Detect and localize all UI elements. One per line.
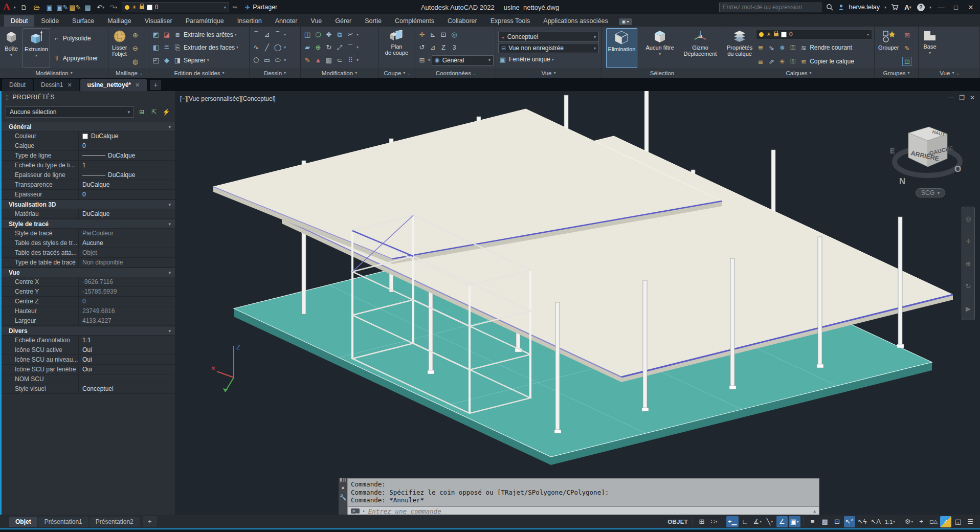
open-file-icon[interactable]: 🗁 bbox=[32, 3, 41, 11]
property-row-style-trace[interactable]: Style de tracé ParCouleur bbox=[2, 229, 175, 238]
layout-tab-presentation1[interactable]: Présentation1 bbox=[38, 517, 88, 527]
array-icon[interactable]: ⠿ bbox=[346, 56, 355, 65]
viewport-close-icon[interactable]: ✕ bbox=[970, 94, 975, 101]
quick-select-icon[interactable]: ⚡ bbox=[162, 107, 171, 117]
gizmo-button[interactable]: Gizmo Déplacement bbox=[682, 28, 719, 68]
property-row-transparence[interactable]: Transparence DuCalque bbox=[2, 180, 175, 190]
ucs-previous-icon[interactable]: ⊾ bbox=[428, 30, 437, 39]
property-row-centre-y[interactable]: Centre Y -15785.5939 bbox=[2, 287, 175, 297]
panel-label-coupe[interactable]: Coupe▾⌟ bbox=[378, 68, 415, 78]
property-row-table-styles[interactable]: Table des styles de tr... Aucune bbox=[2, 238, 175, 248]
file-tab-usine[interactable]: usine_nettoyé* ✕ bbox=[80, 79, 147, 91]
property-row-nom-scu[interactable]: NOM SCU bbox=[2, 374, 175, 384]
user-avatar-icon[interactable] bbox=[838, 4, 844, 11]
copy-layer-button[interactable]: ≣ ⇗ ☀ ⚿ ≋ Copier le calque bbox=[756, 56, 872, 67]
close-tab-icon[interactable]: ✕ bbox=[67, 82, 72, 88]
save-as-icon[interactable]: ▣✎ bbox=[58, 3, 67, 11]
ribbon-layer-dropdown[interactable]: ☀ 0 ▾ bbox=[756, 29, 872, 39]
ucs-named-icon[interactable]: ⊞ bbox=[417, 56, 427, 65]
isolate-objects-button[interactable]: ◻△ bbox=[928, 516, 939, 527]
qat-customize-icon[interactable]: ≡▾ bbox=[233, 5, 237, 10]
viewport-controls-label[interactable]: [−][Vue personnalisée][Conceptuel] bbox=[180, 95, 276, 102]
help-search-input[interactable] bbox=[719, 3, 821, 12]
polar-toggle[interactable]: ∡▾ bbox=[752, 516, 763, 527]
ribbon-tab-solide[interactable]: Solide bbox=[34, 15, 65, 27]
property-row-calque[interactable]: Calque 0 bbox=[2, 141, 175, 151]
polysolide-button[interactable]: ⌐ Polysolide bbox=[52, 32, 98, 45]
osnap-3d-toggle[interactable]: ↖° bbox=[844, 516, 855, 527]
graphics-performance-button[interactable]: ✓ bbox=[940, 516, 951, 527]
showmotion-icon[interactable]: ▶ bbox=[966, 305, 971, 313]
ucs-combo[interactable]: ◉ Général ▾ bbox=[432, 55, 494, 65]
search-icon[interactable] bbox=[826, 4, 833, 11]
move-icon[interactable]: ✥ bbox=[324, 30, 333, 39]
ribbon-tab-complements[interactable]: Compléments bbox=[388, 15, 441, 27]
viewport-minimize-icon[interactable]: — bbox=[948, 94, 954, 101]
panel-label-groupes[interactable]: Groupes▾ bbox=[875, 68, 918, 78]
layout-tab-objet[interactable]: Objet bbox=[9, 517, 37, 527]
close-tab-icon[interactable]: ✕ bbox=[135, 82, 140, 88]
ucs-origin-icon[interactable]: ⊿ bbox=[428, 43, 437, 52]
selection-combo[interactable]: Aucune sélection ▾ bbox=[6, 106, 134, 118]
file-tab-start[interactable]: Début bbox=[2, 79, 33, 91]
property-row-echelle-annotation[interactable]: Echelle d'annotation 1:1 bbox=[2, 336, 175, 345]
viewport-restore-icon[interactable]: ❐ bbox=[959, 94, 965, 101]
customization-button[interactable]: ☰ bbox=[965, 516, 976, 527]
line-icon[interactable]: ╱ bbox=[262, 43, 272, 52]
app-store-cart-icon[interactable] bbox=[891, 4, 899, 11]
view-combo[interactable]: ⊟ Vue non enregistrée▾ bbox=[498, 43, 599, 53]
autodesk-app-icon[interactable]: A▾ bbox=[903, 3, 912, 11]
panel-label-modification[interactable]: Modification▾ bbox=[301, 68, 378, 78]
fillet-icon[interactable]: ⌒ bbox=[346, 43, 355, 52]
ribbon-tab-sortie[interactable]: Sortie bbox=[358, 15, 388, 27]
make-current-button[interactable]: ≣ ⇘ ❄ ⚿ ≋ Rendre courant bbox=[756, 42, 872, 53]
toggle-pickadd-icon[interactable]: ⊞ bbox=[137, 107, 146, 117]
rectangle-icon[interactable]: ▭ bbox=[262, 56, 272, 65]
mirror-icon[interactable]: ◫ bbox=[303, 30, 312, 39]
property-row-epaisseur[interactable]: Epaisseur 0 bbox=[2, 190, 175, 199]
clean-screen-button[interactable]: ◱ bbox=[952, 516, 964, 527]
extract-edges-button[interactable]: ◩ ◪ ⧈ Extraire les arêtes ▾ bbox=[151, 28, 247, 41]
property-row-hauteur[interactable]: Hauteur 23749.6816 bbox=[2, 306, 175, 316]
new-drawing-tab-button[interactable]: ＋ bbox=[150, 80, 161, 90]
snap-toggle[interactable]: ∷▾ bbox=[708, 516, 720, 527]
command-close-icon[interactable]: ✕ bbox=[341, 484, 345, 491]
property-row-icone-scu-active[interactable]: Icône SCU active Oui bbox=[2, 345, 175, 355]
drawing-viewport[interactable]: [−][Vue personnalisée][Conceptuel] — ❐ ✕ bbox=[175, 91, 980, 515]
panel-label-calques[interactable]: Calques▾ bbox=[723, 68, 874, 78]
palette-grip[interactable]: ⣿ bbox=[6, 95, 10, 100]
property-row-couleur[interactable]: Couleur DuCalque bbox=[2, 131, 175, 141]
annotation-scale-button[interactable]: 1:1▾ bbox=[883, 516, 897, 527]
lineweight-toggle[interactable]: ≡ bbox=[807, 516, 818, 527]
polyline-icon[interactable]: ∿ bbox=[252, 43, 261, 52]
ucs-z-axis-icon[interactable]: Z bbox=[439, 43, 448, 52]
arc-3pt-icon[interactable]: ⌒ bbox=[273, 30, 282, 39]
minimize-button[interactable]: — bbox=[936, 4, 946, 11]
dynamic-ucs-toggle[interactable]: ↖ϟ bbox=[856, 516, 868, 527]
section-visualisation-3d[interactable]: Visualisation 3D▾ bbox=[2, 199, 175, 209]
copy-icon[interactable]: ⧉ bbox=[335, 30, 344, 39]
ribbon-tab-visualiser[interactable]: Visualiser bbox=[138, 15, 179, 27]
arc-icon[interactable]: ⌒ bbox=[252, 30, 261, 39]
ucs-selector[interactable]: SCG ▾ bbox=[916, 188, 945, 197]
compass-e[interactable]: E bbox=[890, 147, 895, 155]
panel-label-modelisation[interactable]: Modélisation▾ bbox=[0, 68, 108, 78]
command-grip-icon[interactable]: ⣿⣿ bbox=[340, 479, 347, 481]
crosshair-button[interactable]: + bbox=[916, 516, 927, 527]
qat-layer-dropdown[interactable]: ☀ 0 ▾ bbox=[122, 2, 229, 12]
circle-icon[interactable]: ◯ bbox=[273, 43, 282, 52]
3d-gizmo-icon[interactable]: ⊕ bbox=[314, 43, 323, 52]
property-row-centre-x[interactable]: Centre X -9626.7116 bbox=[2, 277, 175, 287]
culling-button[interactable]: Elimination bbox=[606, 28, 638, 68]
close-button[interactable]: ✕ bbox=[966, 4, 976, 11]
ribbon-tab-maillage[interactable]: Maillage bbox=[101, 15, 138, 27]
user-caret-icon[interactable]: ▾ bbox=[884, 5, 886, 10]
zoom-icon[interactable]: ⊕ bbox=[966, 260, 971, 268]
section-vue[interactable]: Vue▾ bbox=[2, 268, 175, 277]
section-style-trace[interactable]: Style de tracé▾ bbox=[2, 219, 175, 229]
share-button[interactable]: ✈ Partager bbox=[244, 4, 277, 11]
property-row-type-ligne[interactable]: Type de ligne ———— DuCalque bbox=[2, 151, 175, 161]
ortho-toggle[interactable]: ∟ bbox=[740, 516, 751, 527]
ribbon-display-toggle[interactable]: ▣ ▾ bbox=[619, 18, 632, 25]
property-row-style-visuel[interactable]: Style visuel Conceptuel bbox=[2, 384, 175, 394]
